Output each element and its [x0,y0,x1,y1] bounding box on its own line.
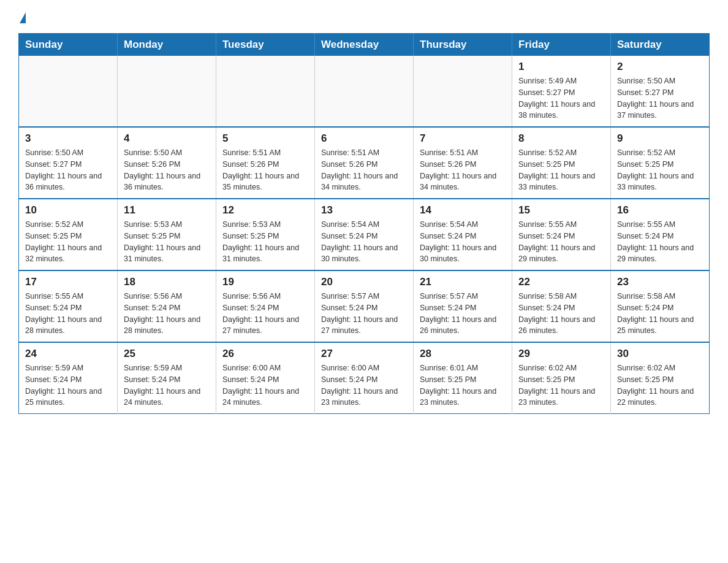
day-number: 8 [518,132,604,145]
calendar-cell: 9Sunrise: 5:52 AM Sunset: 5:25 PM Daylig… [611,127,710,199]
calendar-cell: 27Sunrise: 6:00 AM Sunset: 5:24 PM Dayli… [315,342,414,414]
day-header-wednesday: Wednesday [315,34,414,56]
day-number: 4 [124,132,210,145]
day-header-monday: Monday [118,34,216,56]
day-info: Sunrise: 5:51 AM Sunset: 5:26 PM Dayligh… [321,147,407,193]
day-info: Sunrise: 5:52 AM Sunset: 5:25 PM Dayligh… [518,147,604,193]
calendar-week-2: 3Sunrise: 5:50 AM Sunset: 5:27 PM Daylig… [19,127,710,199]
calendar-cell: 26Sunrise: 6:00 AM Sunset: 5:24 PM Dayli… [216,342,315,414]
day-info: Sunrise: 5:59 AM Sunset: 5:24 PM Dayligh… [25,362,111,408]
calendar-cell: 8Sunrise: 5:52 AM Sunset: 5:25 PM Daylig… [512,127,611,199]
calendar-cell: 6Sunrise: 5:51 AM Sunset: 5:26 PM Daylig… [315,127,414,199]
day-info: Sunrise: 5:53 AM Sunset: 5:25 PM Dayligh… [222,219,308,265]
day-number: 18 [124,276,210,288]
day-info: Sunrise: 5:52 AM Sunset: 5:25 PM Dayligh… [25,219,111,265]
day-header-tuesday: Tuesday [216,34,315,56]
page-header [18,12,710,23]
day-number: 11 [124,204,210,216]
day-info: Sunrise: 5:59 AM Sunset: 5:24 PM Dayligh… [124,362,210,408]
calendar-cell: 12Sunrise: 5:53 AM Sunset: 5:25 PM Dayli… [216,199,315,270]
day-info: Sunrise: 5:56 AM Sunset: 5:24 PM Dayligh… [124,291,210,337]
calendar-cell: 5Sunrise: 5:51 AM Sunset: 5:26 PM Daylig… [216,127,315,199]
calendar-cell [19,56,118,127]
calendar-body: 1Sunrise: 5:49 AM Sunset: 5:27 PM Daylig… [19,56,710,414]
day-header-row: SundayMondayTuesdayWednesdayThursdayFrid… [19,34,710,56]
day-number: 20 [321,276,407,288]
day-info: Sunrise: 5:50 AM Sunset: 5:27 PM Dayligh… [617,75,703,121]
day-number: 16 [617,204,703,216]
day-header-saturday: Saturday [611,34,710,56]
day-info: Sunrise: 5:57 AM Sunset: 5:24 PM Dayligh… [420,291,506,337]
day-number: 15 [518,204,604,216]
calendar-week-1: 1Sunrise: 5:49 AM Sunset: 5:27 PM Daylig… [19,56,710,127]
day-number: 2 [617,61,703,73]
calendar-cell [216,56,315,127]
calendar-week-3: 10Sunrise: 5:52 AM Sunset: 5:25 PM Dayli… [19,199,710,270]
day-number: 13 [321,204,407,216]
day-info: Sunrise: 6:00 AM Sunset: 5:24 PM Dayligh… [321,362,407,408]
day-info: Sunrise: 5:50 AM Sunset: 5:27 PM Dayligh… [25,147,111,193]
day-number: 14 [420,204,506,216]
day-number: 5 [222,132,308,145]
day-number: 9 [617,132,703,145]
day-number: 23 [617,276,703,288]
calendar-header: SundayMondayTuesdayWednesdayThursdayFrid… [19,34,710,56]
calendar-cell: 15Sunrise: 5:55 AM Sunset: 5:24 PM Dayli… [512,199,611,270]
day-number: 6 [321,132,407,145]
calendar-week-4: 17Sunrise: 5:55 AM Sunset: 5:24 PM Dayli… [19,270,710,342]
day-info: Sunrise: 5:55 AM Sunset: 5:24 PM Dayligh… [25,291,111,337]
day-info: Sunrise: 5:53 AM Sunset: 5:25 PM Dayligh… [124,219,210,265]
calendar-cell: 23Sunrise: 5:58 AM Sunset: 5:24 PM Dayli… [611,270,710,342]
calendar-cell: 28Sunrise: 6:01 AM Sunset: 5:25 PM Dayli… [414,342,512,414]
day-info: Sunrise: 5:55 AM Sunset: 5:24 PM Dayligh… [518,219,604,265]
calendar-cell [118,56,216,127]
day-info: Sunrise: 5:51 AM Sunset: 5:26 PM Dayligh… [420,147,506,193]
day-number: 19 [222,276,308,288]
calendar-cell: 21Sunrise: 5:57 AM Sunset: 5:24 PM Dayli… [414,270,512,342]
calendar-cell: 17Sunrise: 5:55 AM Sunset: 5:24 PM Dayli… [19,270,118,342]
day-number: 26 [222,348,308,360]
day-number: 17 [25,276,111,288]
calendar-cell: 4Sunrise: 5:50 AM Sunset: 5:26 PM Daylig… [118,127,216,199]
day-number: 10 [25,204,111,216]
day-info: Sunrise: 5:55 AM Sunset: 5:24 PM Dayligh… [617,219,703,265]
calendar-cell: 2Sunrise: 5:50 AM Sunset: 5:27 PM Daylig… [611,56,710,127]
calendar-cell: 29Sunrise: 6:02 AM Sunset: 5:25 PM Dayli… [512,342,611,414]
day-info: Sunrise: 5:56 AM Sunset: 5:24 PM Dayligh… [222,291,308,337]
calendar-cell: 13Sunrise: 5:54 AM Sunset: 5:24 PM Dayli… [315,199,414,270]
day-info: Sunrise: 6:00 AM Sunset: 5:24 PM Dayligh… [222,362,308,408]
day-info: Sunrise: 5:58 AM Sunset: 5:24 PM Dayligh… [518,291,604,337]
calendar-cell: 30Sunrise: 6:02 AM Sunset: 5:25 PM Dayli… [611,342,710,414]
day-header-friday: Friday [512,34,611,56]
day-info: Sunrise: 6:01 AM Sunset: 5:25 PM Dayligh… [420,362,506,408]
calendar-cell: 18Sunrise: 5:56 AM Sunset: 5:24 PM Dayli… [118,270,216,342]
day-number: 30 [617,348,703,360]
day-info: Sunrise: 5:51 AM Sunset: 5:26 PM Dayligh… [222,147,308,193]
day-info: Sunrise: 5:50 AM Sunset: 5:26 PM Dayligh… [124,147,210,193]
calendar-cell: 24Sunrise: 5:59 AM Sunset: 5:24 PM Dayli… [19,342,118,414]
calendar-cell: 7Sunrise: 5:51 AM Sunset: 5:26 PM Daylig… [414,127,512,199]
calendar-cell: 22Sunrise: 5:58 AM Sunset: 5:24 PM Dayli… [512,270,611,342]
day-info: Sunrise: 5:54 AM Sunset: 5:24 PM Dayligh… [321,219,407,265]
day-number: 1 [518,61,604,73]
day-number: 24 [25,348,111,360]
day-number: 21 [420,276,506,288]
day-info: Sunrise: 5:57 AM Sunset: 5:24 PM Dayligh… [321,291,407,337]
day-number: 12 [222,204,308,216]
day-header-thursday: Thursday [414,34,512,56]
calendar-cell: 3Sunrise: 5:50 AM Sunset: 5:27 PM Daylig… [19,127,118,199]
logo [18,12,26,23]
day-info: Sunrise: 5:58 AM Sunset: 5:24 PM Dayligh… [617,291,703,337]
calendar-cell: 19Sunrise: 5:56 AM Sunset: 5:24 PM Dayli… [216,270,315,342]
day-info: Sunrise: 6:02 AM Sunset: 5:25 PM Dayligh… [617,362,703,408]
calendar-cell [414,56,512,127]
logo-triangle-icon [20,12,26,23]
calendar-cell: 14Sunrise: 5:54 AM Sunset: 5:24 PM Dayli… [414,199,512,270]
calendar-cell: 25Sunrise: 5:59 AM Sunset: 5:24 PM Dayli… [118,342,216,414]
day-number: 25 [124,348,210,360]
calendar-cell: 20Sunrise: 5:57 AM Sunset: 5:24 PM Dayli… [315,270,414,342]
calendar-cell [315,56,414,127]
day-info: Sunrise: 5:49 AM Sunset: 5:27 PM Dayligh… [518,75,604,121]
day-info: Sunrise: 5:54 AM Sunset: 5:24 PM Dayligh… [420,219,506,265]
day-info: Sunrise: 5:52 AM Sunset: 5:25 PM Dayligh… [617,147,703,193]
